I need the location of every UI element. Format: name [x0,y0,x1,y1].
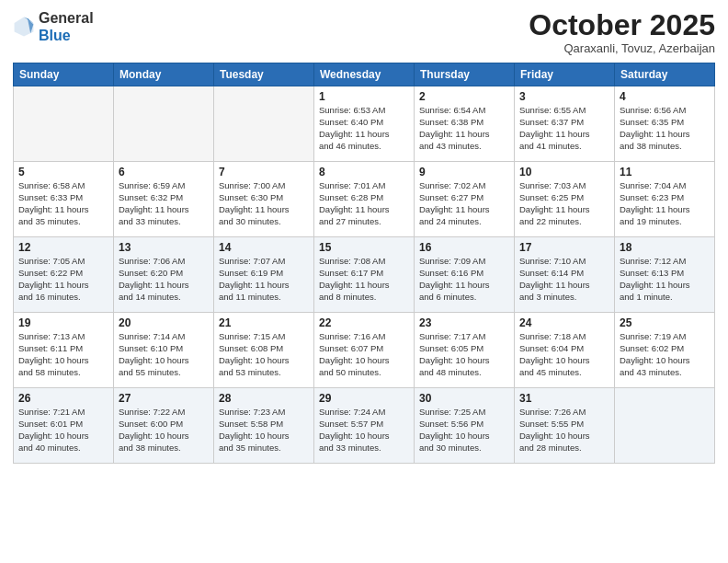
day-number: 10 [519,166,609,178]
calendar-header-friday: Friday [515,63,615,86]
day-info: Sunrise: 7:05 AM Sunset: 6:22 PM Dayligh… [18,256,108,303]
day-number: 22 [319,316,409,329]
day-info: Sunrise: 6:54 AM Sunset: 6:38 PM Dayligh… [419,105,509,152]
logo: General Blue [13,9,94,44]
day-info: Sunrise: 7:25 AM Sunset: 5:56 PM Dayligh… [419,407,509,454]
day-info: Sunrise: 7:21 AM Sunset: 6:01 PM Dayligh… [18,407,108,454]
calendar-table: SundayMondayTuesdayWednesdayThursdayFrid… [13,63,715,464]
calendar-cell: 25Sunrise: 7:19 AM Sunset: 6:02 PM Dayli… [615,313,715,388]
calendar-header-monday: Monday [114,63,214,86]
calendar-cell: 22Sunrise: 7:16 AM Sunset: 6:07 PM Dayli… [314,313,415,388]
day-number: 18 [620,241,710,254]
day-number: 28 [219,392,309,405]
calendar-cell: 24Sunrise: 7:18 AM Sunset: 6:04 PM Dayli… [515,313,615,388]
day-info: Sunrise: 6:55 AM Sunset: 6:37 PM Dayligh… [519,105,609,152]
calendar-week-1: 1Sunrise: 6:53 AM Sunset: 6:40 PM Daylig… [14,86,715,162]
calendar-cell: 18Sunrise: 7:12 AM Sunset: 6:13 PM Dayli… [615,237,715,313]
calendar-week-5: 26Sunrise: 7:21 AM Sunset: 6:01 PM Dayli… [14,388,715,464]
calendar-cell: 13Sunrise: 7:06 AM Sunset: 6:20 PM Dayli… [114,237,214,313]
day-info: Sunrise: 7:07 AM Sunset: 6:19 PM Dayligh… [219,256,309,303]
day-number: 19 [18,316,108,329]
day-info: Sunrise: 7:01 AM Sunset: 6:28 PM Dayligh… [319,180,409,227]
day-info: Sunrise: 7:12 AM Sunset: 6:13 PM Dayligh… [620,256,710,303]
day-number: 7 [219,166,309,178]
day-number: 27 [119,392,209,405]
day-number: 12 [18,241,108,254]
logo-blue: Blue [39,28,71,43]
day-number: 24 [519,316,609,329]
calendar-header-sunday: Sunday [14,63,114,86]
calendar-cell: 26Sunrise: 7:21 AM Sunset: 6:01 PM Dayli… [14,388,114,464]
calendar-cell [615,388,715,464]
day-info: Sunrise: 7:04 AM Sunset: 6:23 PM Dayligh… [620,180,710,227]
calendar-header-row: SundayMondayTuesdayWednesdayThursdayFrid… [14,63,715,86]
day-number: 9 [419,166,509,178]
title-section: October 2025 Qaraxanli, Tovuz, Azerbaija… [529,9,715,55]
subtitle: Qaraxanli, Tovuz, Azerbaijan [529,41,715,55]
day-number: 26 [18,392,108,405]
day-number: 25 [620,316,710,329]
day-info: Sunrise: 7:15 AM Sunset: 6:08 PM Dayligh… [219,331,309,378]
day-number: 20 [119,316,209,329]
calendar-header-wednesday: Wednesday [314,63,415,86]
calendar-cell [14,86,114,162]
day-info: Sunrise: 7:26 AM Sunset: 5:55 PM Dayligh… [519,407,609,454]
calendar-cell: 1Sunrise: 6:53 AM Sunset: 6:40 PM Daylig… [314,86,415,162]
calendar-cell: 20Sunrise: 7:14 AM Sunset: 6:10 PM Dayli… [114,313,214,388]
logo-icon [13,16,35,38]
header: General Blue October 2025 Qaraxanli, Tov… [13,9,715,55]
day-info: Sunrise: 6:56 AM Sunset: 6:35 PM Dayligh… [620,105,710,152]
day-info: Sunrise: 6:53 AM Sunset: 6:40 PM Dayligh… [319,105,409,152]
calendar-cell: 3Sunrise: 6:55 AM Sunset: 6:37 PM Daylig… [515,86,615,162]
calendar-week-3: 12Sunrise: 7:05 AM Sunset: 6:22 PM Dayli… [14,237,715,313]
day-info: Sunrise: 7:24 AM Sunset: 5:57 PM Dayligh… [319,407,409,454]
day-info: Sunrise: 7:09 AM Sunset: 6:16 PM Dayligh… [419,256,509,303]
day-info: Sunrise: 7:18 AM Sunset: 6:04 PM Dayligh… [519,331,609,378]
calendar-cell: 9Sunrise: 7:02 AM Sunset: 6:27 PM Daylig… [415,162,515,237]
day-info: Sunrise: 7:22 AM Sunset: 6:00 PM Dayligh… [119,407,209,454]
calendar-cell [114,86,214,162]
day-number: 1 [319,90,409,103]
calendar-header-thursday: Thursday [415,63,515,86]
calendar-cell: 16Sunrise: 7:09 AM Sunset: 6:16 PM Dayli… [415,237,515,313]
calendar-header-saturday: Saturday [615,63,715,86]
day-info: Sunrise: 7:14 AM Sunset: 6:10 PM Dayligh… [119,331,209,378]
day-number: 2 [419,90,509,103]
logo-general: General [39,10,94,26]
day-info: Sunrise: 7:23 AM Sunset: 5:58 PM Dayligh… [219,407,309,454]
calendar-cell: 7Sunrise: 7:00 AM Sunset: 6:30 PM Daylig… [214,162,314,237]
calendar-cell: 12Sunrise: 7:05 AM Sunset: 6:22 PM Dayli… [14,237,114,313]
day-number: 13 [119,241,209,254]
day-number: 5 [18,166,108,178]
calendar-cell: 21Sunrise: 7:15 AM Sunset: 6:08 PM Dayli… [214,313,314,388]
calendar-cell: 6Sunrise: 6:59 AM Sunset: 6:32 PM Daylig… [114,162,214,237]
calendar-cell: 15Sunrise: 7:08 AM Sunset: 6:17 PM Dayli… [314,237,415,313]
day-info: Sunrise: 7:06 AM Sunset: 6:20 PM Dayligh… [119,256,209,303]
day-number: 23 [419,316,509,329]
day-info: Sunrise: 7:16 AM Sunset: 6:07 PM Dayligh… [319,331,409,378]
calendar-cell: 2Sunrise: 6:54 AM Sunset: 6:38 PM Daylig… [415,86,515,162]
calendar-week-2: 5Sunrise: 6:58 AM Sunset: 6:33 PM Daylig… [14,162,715,237]
calendar-header-tuesday: Tuesday [214,63,314,86]
page-container: General Blue October 2025 Qaraxanli, Tov… [0,0,728,563]
calendar-week-4: 19Sunrise: 7:13 AM Sunset: 6:11 PM Dayli… [14,313,715,388]
calendar-cell: 27Sunrise: 7:22 AM Sunset: 6:00 PM Dayli… [114,388,214,464]
day-info: Sunrise: 6:58 AM Sunset: 6:33 PM Dayligh… [18,180,108,227]
day-number: 4 [620,90,710,103]
day-info: Sunrise: 7:19 AM Sunset: 6:02 PM Dayligh… [620,331,710,378]
day-number: 21 [219,316,309,329]
calendar-cell: 29Sunrise: 7:24 AM Sunset: 5:57 PM Dayli… [314,388,415,464]
day-number: 17 [519,241,609,254]
month-title: October 2025 [529,9,715,41]
calendar-cell: 19Sunrise: 7:13 AM Sunset: 6:11 PM Dayli… [14,313,114,388]
day-info: Sunrise: 7:03 AM Sunset: 6:25 PM Dayligh… [519,180,609,227]
day-number: 8 [319,166,409,178]
calendar-cell: 14Sunrise: 7:07 AM Sunset: 6:19 PM Dayli… [214,237,314,313]
day-number: 14 [219,241,309,254]
calendar-cell: 28Sunrise: 7:23 AM Sunset: 5:58 PM Dayli… [214,388,314,464]
day-info: Sunrise: 7:10 AM Sunset: 6:14 PM Dayligh… [519,256,609,303]
day-number: 31 [519,392,609,405]
day-info: Sunrise: 6:59 AM Sunset: 6:32 PM Dayligh… [119,180,209,227]
day-info: Sunrise: 7:17 AM Sunset: 6:05 PM Dayligh… [419,331,509,378]
calendar-cell: 30Sunrise: 7:25 AM Sunset: 5:56 PM Dayli… [415,388,515,464]
